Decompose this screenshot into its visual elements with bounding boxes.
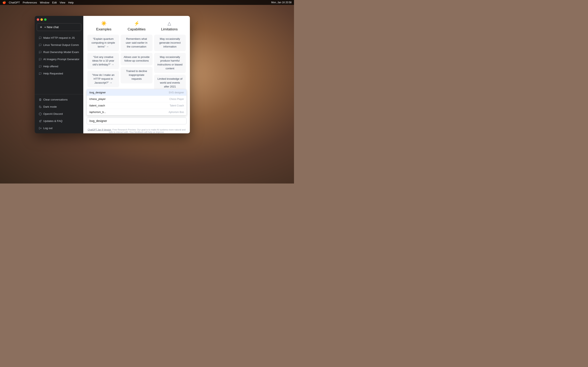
chat-input[interactable] (89, 119, 184, 123)
capabilities-title: Capabilities (128, 27, 146, 31)
example-card-2[interactable]: "Got any creative ideas for a 10 year ol… (87, 53, 119, 69)
autocomplete-desc-1: SVG designer (169, 91, 184, 94)
sidebar-item-label-3: Rust Ownership Model Exam (43, 50, 79, 54)
autocomplete-item-talent[interactable]: /talent_coach Talent Coach (87, 102, 186, 109)
sidebar: + New chat Make HTTP request in JS Linux… (35, 16, 83, 133)
sidebar-item-label: Make HTTP request in JS (43, 36, 75, 39)
autocomplete-desc-4: Aphorism Boo (169, 111, 184, 114)
autocomplete-cmd-4: /aphorism_b... (89, 110, 106, 114)
external-link-icon (39, 120, 42, 123)
app-name: ChatGPT (9, 1, 20, 4)
sidebar-item-linux[interactable]: Linux Terminal Output Comm (36, 42, 82, 49)
chat-icon-4 (39, 58, 42, 61)
chat-input-wrapper (86, 117, 187, 124)
autocomplete-desc-2: Chess Player (169, 98, 184, 100)
moon-icon (39, 105, 42, 108)
chat-icon (39, 36, 42, 39)
sidebar-item-help-requested[interactable]: Help Requested (36, 70, 82, 77)
updates-faq-button[interactable]: Updates & FAQ (36, 117, 82, 125)
autocomplete-cmd-1: /svg_designer (89, 91, 106, 94)
autocomplete-item-aphorism[interactable]: /aphorism_b... Aphorism Boo (87, 109, 186, 115)
svg-point-0 (39, 113, 42, 115)
sidebar-item-label-6: Help Requested (43, 72, 63, 75)
sidebar-item-label-5: Help offered (43, 65, 58, 68)
sun-icon: ☀️ (101, 21, 107, 26)
plus-icon (39, 25, 43, 29)
logout-label: Log out (43, 127, 52, 130)
menu-window[interactable]: Window (40, 1, 49, 4)
new-chat-button[interactable]: + New chat (37, 23, 81, 31)
menubar-time: Mon, Jan 16 20:58 (271, 1, 292, 4)
new-chat-label: + New chat (44, 25, 59, 29)
sidebar-item-make-http[interactable]: Make HTTP request in JS (36, 34, 82, 42)
minimize-button[interactable] (40, 18, 43, 21)
sidebar-footer: Clear conversations Dark mode OpenAI Dis… (35, 94, 83, 133)
limitation-card-2: May occasionally produce harmful instruc… (154, 53, 186, 73)
capability-card-1: Remembers what user said earlier in the … (121, 35, 152, 51)
svg-line-1 (40, 120, 41, 121)
capability-card-2: Allows user to provide follow-up correct… (121, 53, 152, 66)
capability-card-3: Trained to decline inappropriate request… (121, 67, 152, 83)
clear-conversations-button[interactable]: Clear conversations (36, 96, 82, 103)
menu-edit[interactable]: Edit (52, 1, 57, 4)
close-button[interactable] (37, 18, 39, 21)
autocomplete-desc-3: Talent Coach (170, 104, 184, 107)
app-window: + New chat Make HTTP request in JS Linux… (35, 16, 190, 133)
columns-header: ☀️ Examples ⚡ Capabilities △ Limitations (87, 21, 186, 31)
autocomplete-cmd-3: /talent_coach (89, 104, 105, 107)
maximize-button[interactable] (44, 18, 47, 21)
warning-icon: △ (168, 21, 171, 26)
menubar-left: 🍎 ChatGPT Preferences Window Edit View H… (2, 1, 74, 4)
menubar-right: Mon, Jan 16 20:58 (271, 1, 292, 4)
sidebar-item-rust[interactable]: Rust Ownership Model Exam (36, 49, 82, 56)
sidebar-item-ai-imagery[interactable]: AI Imagery Prompt Generator (36, 56, 82, 63)
limitations-title: Limitations (161, 27, 178, 31)
logout-icon (39, 127, 42, 130)
chat-icon-3 (39, 51, 42, 54)
examples-title: Examples (96, 27, 112, 31)
columns-body: "Explain quantum computing in simple ter… (87, 35, 186, 91)
footer-link[interactable]: ChatGPT Jan 9 Version (87, 128, 111, 131)
dark-mode-label: Dark mode (43, 105, 57, 108)
dark-mode-button[interactable]: Dark mode (36, 103, 82, 110)
autocomplete-item-chess[interactable]: /chess_player Chess Player (87, 96, 186, 102)
autocomplete-dropdown: /svg_designer SVG designer /chess_player… (86, 89, 187, 115)
limitations-column: May occasionally generate incorrect info… (154, 35, 186, 91)
discord-label: OpenAI Discord (43, 112, 63, 115)
example-card-3[interactable]: "How do I make an HTTP request in Javasc… (87, 71, 119, 87)
menu-help[interactable]: Help (68, 1, 74, 4)
footer-text: ChatGPT Jan 9 Version. Free Research Pre… (83, 128, 190, 133)
chat-icon-5 (39, 65, 42, 68)
sidebar-item-help-offered[interactable]: Help offered (36, 63, 82, 70)
input-area: /svg_designer SVG designer /chess_player… (83, 116, 190, 127)
autocomplete-cmd-2: /chess_player (89, 98, 105, 100)
discord-button[interactable]: OpenAI Discord (36, 110, 82, 117)
limitations-column-header: △ Limitations (153, 21, 186, 31)
examples-column-header: ☀️ Examples (87, 21, 120, 31)
sidebar-item-label-2: Linux Terminal Output Comm (43, 43, 79, 47)
limitation-card-1: May occasionally generate incorrect info… (154, 35, 186, 51)
example-card-1[interactable]: "Explain quantum computing in simple ter… (87, 35, 119, 51)
trash-icon (39, 98, 42, 101)
capabilities-column-header: ⚡ Capabilities (120, 21, 153, 31)
chat-icon-2 (39, 44, 42, 47)
window-controls (37, 18, 81, 21)
footer-description: . Free Research Preview. Our goal is to … (109, 128, 186, 133)
menu-preferences[interactable]: Preferences (23, 1, 37, 4)
sidebar-item-label-4: AI Imagery Prompt Generator (43, 58, 79, 61)
clear-conversations-label: Clear conversations (43, 98, 68, 101)
autocomplete-item-svg[interactable]: /svg_designer SVG designer (87, 89, 186, 96)
menu-view[interactable]: View (60, 1, 65, 4)
apple-logo-icon: 🍎 (2, 1, 6, 4)
examples-column: "Explain quantum computing in simple ter… (87, 35, 119, 91)
logout-button[interactable]: Log out (36, 125, 82, 132)
capabilities-column: Remembers what user said earlier in the … (121, 35, 152, 91)
menubar: 🍎 ChatGPT Preferences Window Edit View H… (0, 0, 294, 5)
main-content: ☀️ Examples ⚡ Capabilities △ Limitations… (83, 16, 190, 133)
lightning-icon: ⚡ (134, 21, 139, 26)
sidebar-header: + New chat (35, 16, 83, 33)
discord-icon (39, 113, 42, 115)
updates-faq-label: Updates & FAQ (43, 119, 62, 123)
chat-icon-6 (39, 72, 42, 75)
limitation-card-3: Limited knowledge of world and events af… (154, 75, 186, 91)
